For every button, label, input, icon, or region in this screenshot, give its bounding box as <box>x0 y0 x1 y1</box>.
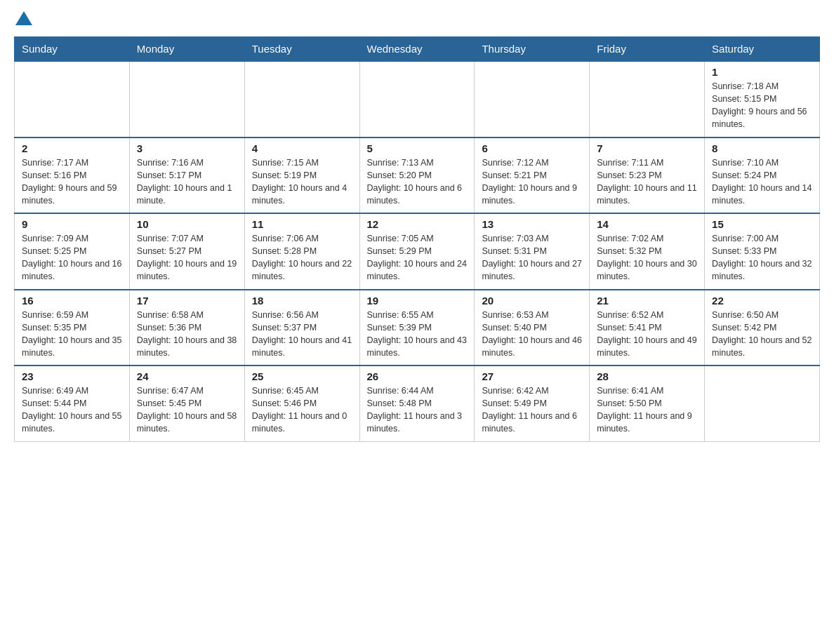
calendar-cell: 1Sunrise: 7:18 AMSunset: 5:15 PMDaylight… <box>705 61 820 137</box>
day-number: 4 <box>252 142 352 154</box>
day-number: 19 <box>367 295 468 307</box>
calendar-cell: 25Sunrise: 6:45 AMSunset: 5:46 PMDayligh… <box>244 365 359 441</box>
weekday-header-row: SundayMondayTuesdayWednesdayThursdayFrid… <box>15 37 820 62</box>
day-info: Sunrise: 7:10 AMSunset: 5:24 PMDaylight:… <box>712 156 812 208</box>
day-info: Sunrise: 7:07 AMSunset: 5:27 PMDaylight:… <box>137 232 237 283</box>
day-info: Sunrise: 7:00 AMSunset: 5:33 PMDaylight:… <box>712 232 812 283</box>
day-number: 11 <box>252 218 352 230</box>
calendar-cell: 18Sunrise: 6:56 AMSunset: 5:37 PMDayligh… <box>244 290 359 366</box>
day-number: 9 <box>22 218 122 230</box>
day-info: Sunrise: 6:59 AMSunset: 5:35 PMDaylight:… <box>22 309 122 360</box>
calendar-cell <box>705 365 820 441</box>
day-number: 5 <box>367 142 468 154</box>
calendar-cell: 13Sunrise: 7:03 AMSunset: 5:31 PMDayligh… <box>475 213 590 290</box>
day-info: Sunrise: 7:17 AMSunset: 5:16 PMDaylight:… <box>22 156 122 208</box>
page-header <box>14 14 820 25</box>
calendar-cell: 26Sunrise: 6:44 AMSunset: 5:48 PMDayligh… <box>359 365 475 441</box>
calendar-cell <box>475 61 590 137</box>
day-info: Sunrise: 6:53 AMSunset: 5:40 PMDaylight:… <box>482 309 582 360</box>
day-number: 6 <box>482 142 582 154</box>
calendar-cell: 15Sunrise: 7:00 AMSunset: 5:33 PMDayligh… <box>705 213 820 290</box>
day-info: Sunrise: 7:12 AMSunset: 5:21 PMDaylight:… <box>482 156 582 208</box>
day-info: Sunrise: 7:16 AMSunset: 5:17 PMDaylight:… <box>137 156 237 208</box>
calendar-week-row: 16Sunrise: 6:59 AMSunset: 5:35 PMDayligh… <box>15 290 820 366</box>
calendar-cell <box>15 61 130 137</box>
day-number: 16 <box>22 295 122 307</box>
calendar-cell: 12Sunrise: 7:05 AMSunset: 5:29 PMDayligh… <box>359 213 475 290</box>
day-number: 28 <box>597 370 697 382</box>
logo-triangle-icon <box>15 11 32 25</box>
calendar-cell: 14Sunrise: 7:02 AMSunset: 5:32 PMDayligh… <box>590 213 705 290</box>
day-number: 15 <box>712 218 812 230</box>
calendar-cell: 9Sunrise: 7:09 AMSunset: 5:25 PMDaylight… <box>15 213 130 290</box>
day-number: 12 <box>367 218 468 230</box>
day-info: Sunrise: 6:55 AMSunset: 5:39 PMDaylight:… <box>367 309 468 360</box>
day-info: Sunrise: 6:41 AMSunset: 5:50 PMDaylight:… <box>597 384 697 436</box>
calendar-cell: 5Sunrise: 7:13 AMSunset: 5:20 PMDaylight… <box>359 137 475 214</box>
day-info: Sunrise: 6:49 AMSunset: 5:44 PMDaylight:… <box>22 384 122 436</box>
day-info: Sunrise: 6:50 AMSunset: 5:42 PMDaylight:… <box>712 309 812 360</box>
calendar-cell: 7Sunrise: 7:11 AMSunset: 5:23 PMDaylight… <box>590 137 705 214</box>
day-info: Sunrise: 7:15 AMSunset: 5:19 PMDaylight:… <box>252 156 352 208</box>
calendar-week-row: 23Sunrise: 6:49 AMSunset: 5:44 PMDayligh… <box>15 365 820 441</box>
day-info: Sunrise: 7:09 AMSunset: 5:25 PMDaylight:… <box>22 232 122 283</box>
calendar-cell: 24Sunrise: 6:47 AMSunset: 5:45 PMDayligh… <box>129 365 244 441</box>
weekday-header-tuesday: Tuesday <box>244 37 359 62</box>
calendar-cell <box>129 61 244 137</box>
calendar-header: SundayMondayTuesdayWednesdayThursdayFrid… <box>15 37 820 62</box>
day-number: 25 <box>252 370 352 382</box>
day-info: Sunrise: 6:52 AMSunset: 5:41 PMDaylight:… <box>597 309 697 360</box>
day-number: 24 <box>137 370 237 382</box>
weekday-header-thursday: Thursday <box>475 37 590 62</box>
weekday-header-saturday: Saturday <box>705 37 820 62</box>
day-info: Sunrise: 7:03 AMSunset: 5:31 PMDaylight:… <box>482 232 582 283</box>
day-info: Sunrise: 6:45 AMSunset: 5:46 PMDaylight:… <box>252 384 352 436</box>
day-info: Sunrise: 7:18 AMSunset: 5:15 PMDaylight:… <box>712 80 812 131</box>
calendar-cell: 19Sunrise: 6:55 AMSunset: 5:39 PMDayligh… <box>359 290 475 366</box>
day-number: 22 <box>712 295 812 307</box>
day-info: Sunrise: 6:58 AMSunset: 5:36 PMDaylight:… <box>137 309 237 360</box>
day-number: 1 <box>712 66 812 78</box>
weekday-header-friday: Friday <box>590 37 705 62</box>
day-number: 14 <box>597 218 697 230</box>
calendar-cell <box>590 61 705 137</box>
day-number: 23 <box>22 370 122 382</box>
day-number: 27 <box>482 370 582 382</box>
weekday-header-monday: Monday <box>129 37 244 62</box>
day-number: 13 <box>482 218 582 230</box>
day-number: 21 <box>597 295 697 307</box>
weekday-header-sunday: Sunday <box>15 37 130 62</box>
calendar-week-row: 9Sunrise: 7:09 AMSunset: 5:25 PMDaylight… <box>15 213 820 290</box>
calendar-table: SundayMondayTuesdayWednesdayThursdayFrid… <box>14 36 820 442</box>
day-number: 17 <box>137 295 237 307</box>
calendar-week-row: 2Sunrise: 7:17 AMSunset: 5:16 PMDaylight… <box>15 137 820 214</box>
calendar-cell: 10Sunrise: 7:07 AMSunset: 5:27 PMDayligh… <box>129 213 244 290</box>
calendar-cell: 22Sunrise: 6:50 AMSunset: 5:42 PMDayligh… <box>705 290 820 366</box>
calendar-cell: 20Sunrise: 6:53 AMSunset: 5:40 PMDayligh… <box>475 290 590 366</box>
calendar-cell: 3Sunrise: 7:16 AMSunset: 5:17 PMDaylight… <box>129 137 244 214</box>
calendar-cell: 28Sunrise: 6:41 AMSunset: 5:50 PMDayligh… <box>590 365 705 441</box>
day-number: 18 <box>252 295 352 307</box>
day-number: 2 <box>22 142 122 154</box>
calendar-cell <box>244 61 359 137</box>
day-number: 8 <box>712 142 812 154</box>
calendar-cell <box>359 61 475 137</box>
day-info: Sunrise: 6:44 AMSunset: 5:48 PMDaylight:… <box>367 384 468 436</box>
calendar-body: 1Sunrise: 7:18 AMSunset: 5:15 PMDaylight… <box>15 61 820 441</box>
day-info: Sunrise: 7:13 AMSunset: 5:20 PMDaylight:… <box>367 156 468 208</box>
day-info: Sunrise: 6:42 AMSunset: 5:49 PMDaylight:… <box>482 384 582 436</box>
day-number: 10 <box>137 218 237 230</box>
calendar-cell: 16Sunrise: 6:59 AMSunset: 5:35 PMDayligh… <box>15 290 130 366</box>
calendar-cell: 6Sunrise: 7:12 AMSunset: 5:21 PMDaylight… <box>475 137 590 214</box>
day-info: Sunrise: 6:47 AMSunset: 5:45 PMDaylight:… <box>137 384 237 436</box>
calendar-week-row: 1Sunrise: 7:18 AMSunset: 5:15 PMDaylight… <box>15 61 820 137</box>
weekday-header-wednesday: Wednesday <box>359 37 475 62</box>
calendar-cell: 21Sunrise: 6:52 AMSunset: 5:41 PMDayligh… <box>590 290 705 366</box>
day-info: Sunrise: 7:06 AMSunset: 5:28 PMDaylight:… <box>252 232 352 283</box>
calendar-cell: 17Sunrise: 6:58 AMSunset: 5:36 PMDayligh… <box>129 290 244 366</box>
day-info: Sunrise: 6:56 AMSunset: 5:37 PMDaylight:… <box>252 309 352 360</box>
calendar-cell: 8Sunrise: 7:10 AMSunset: 5:24 PMDaylight… <box>705 137 820 214</box>
day-info: Sunrise: 7:11 AMSunset: 5:23 PMDaylight:… <box>597 156 697 208</box>
day-info: Sunrise: 7:02 AMSunset: 5:32 PMDaylight:… <box>597 232 697 283</box>
logo <box>14 14 32 25</box>
